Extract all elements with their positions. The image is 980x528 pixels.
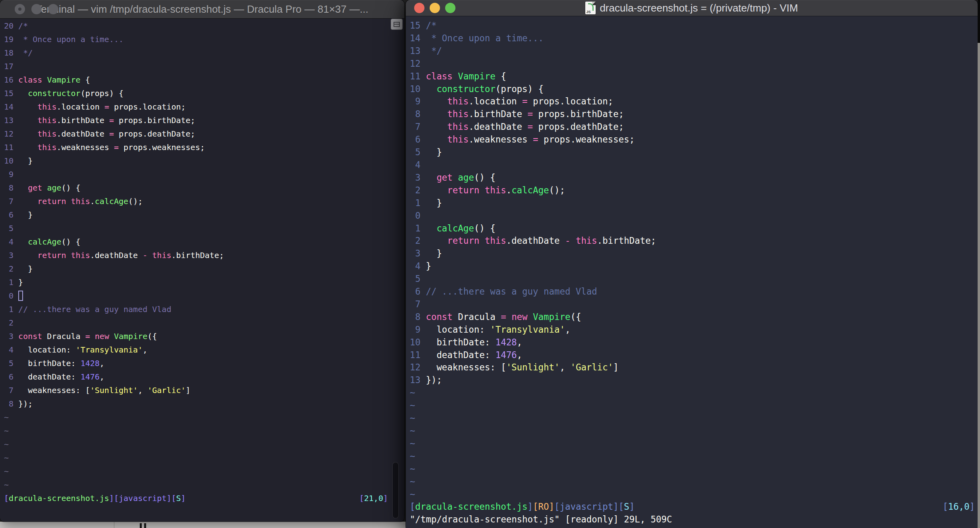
line-number: 1 — [4, 276, 14, 289]
line-number: 3 — [410, 172, 421, 184]
line-number: 8 — [410, 311, 421, 324]
line-number: 5 — [4, 356, 14, 370]
code-line: 9 — [4, 168, 404, 181]
code-line: 3 } — [410, 247, 978, 260]
code-line: 0 — [4, 289, 404, 303]
line-number: 9 — [410, 324, 421, 336]
line-number: 7 — [4, 383, 14, 397]
line-number: 6 — [410, 285, 421, 298]
line-number: 1 — [410, 197, 421, 210]
code-line: 11 deathDate: 1476, — [410, 349, 978, 362]
tilde-line: ~ — [4, 451, 404, 464]
buffer[interactable]: 15/*14 * Once upon a time...13 */1211cla… — [406, 16, 978, 528]
code-line: 15/* — [410, 19, 978, 32]
zoom-button[interactable] — [445, 3, 455, 13]
line-number: 8 — [4, 397, 14, 410]
line-number: 17 — [4, 60, 14, 73]
code-line: 11class Vampire { — [410, 70, 978, 83]
screen-edge-dark — [978, 0, 980, 43]
line-number: 10 — [4, 154, 14, 168]
line-number: 19 — [4, 33, 14, 46]
window-title-text: Terminal — vim /tmp/dracula-screenshot.j… — [36, 3, 368, 15]
line-number: 11 — [410, 349, 421, 362]
window-title: Terminal — vim /tmp/dracula-screenshot.j… — [36, 3, 368, 15]
code-line: 8}); — [4, 397, 404, 410]
line-number: 8 — [410, 108, 421, 121]
line-number: 4 — [4, 343, 14, 356]
line-number: 13 — [410, 374, 421, 387]
line-number: 7 — [410, 298, 421, 311]
line-number: 0 — [4, 289, 14, 303]
line-number: 3 — [410, 247, 421, 260]
line-number: 12 — [410, 361, 421, 374]
code-line: 13 this.birthDate = props.birthDate; — [4, 114, 404, 127]
code-line: 8 get age() { — [4, 181, 404, 195]
terminal-window: Terminal — vim /tmp/dracula-screenshot.j… — [0, 0, 404, 522]
code-line: 20/* — [4, 19, 404, 33]
vim-ruler: [21,0] — [359, 491, 388, 505]
line-number: 2 — [410, 235, 421, 247]
tilde-line: ~ — [410, 387, 978, 399]
traffic-lights — [0, 0, 58, 18]
scrollbar-thumb[interactable] — [392, 462, 399, 518]
code-line: 1 calcAge() { — [410, 222, 978, 235]
line-number: 4 — [410, 159, 421, 172]
line-number: 2 — [4, 316, 14, 330]
line-number: 5 — [410, 146, 421, 159]
window-title: JS dracula-screenshot.js = (/private/tmp… — [585, 2, 798, 14]
tilde-line: ~ — [4, 464, 404, 478]
line-number: 11 — [4, 141, 14, 154]
code-line: 9 this.location = props.location; — [410, 95, 978, 108]
line-number: 1 — [4, 303, 14, 316]
tilde-line: ~ — [410, 412, 978, 425]
code-line: 14 * Once upon a time... — [410, 32, 978, 45]
code-line: 2 } — [4, 262, 404, 276]
code-line: 16class Vampire { — [4, 73, 404, 87]
code-line: 6 this.weaknesses = props.weaknesses; — [410, 133, 978, 146]
split-pane-button[interactable] — [391, 19, 403, 30]
js-badge: JS — [586, 10, 590, 14]
line-number: 10 — [410, 336, 421, 349]
code-line: 3const Dracula = new Vampire({ — [4, 330, 404, 343]
code-line: 2 return this.calcAge(); — [410, 184, 978, 197]
code-line: 5 — [4, 222, 404, 235]
line-number: 20 — [4, 19, 14, 33]
code-line: 10 birthDate: 1428, — [410, 336, 978, 349]
vim-statusline: [dracula-screenshot.js][javascript][S][2… — [4, 491, 404, 505]
line-number: 12 — [410, 58, 421, 70]
vim-titlebar[interactable]: JS dracula-screenshot.js = (/private/tmp… — [406, 0, 978, 16]
terminal-titlebar[interactable]: Terminal — vim /tmp/dracula-screenshot.j… — [0, 0, 404, 18]
code-line: 6// ...there was a guy named Vlad — [410, 285, 978, 298]
statusline-flags: [dracula-screenshot.js][RO][javascript][… — [410, 501, 635, 512]
vim-commandline: "/tmp/dracula-screenshot.js" [readonly] … — [410, 513, 978, 526]
line-number: 12 — [4, 127, 14, 141]
close-button[interactable] — [15, 4, 25, 14]
code-line: 8const Dracula = new Vampire({ — [410, 311, 978, 324]
line-number: 16 — [4, 73, 14, 87]
code-line: 5 birthDate: 1428, — [4, 356, 404, 370]
hollow-cursor — [18, 291, 23, 301]
tilde-line: ~ — [410, 425, 978, 437]
code-line: 4 location: 'Transylvania', — [4, 343, 404, 356]
close-button[interactable] — [414, 3, 424, 13]
code-line: 4} — [410, 260, 978, 273]
line-number: 7 — [4, 195, 14, 208]
statusline-flags: [dracula-screenshot.js][javascript][S] — [4, 493, 186, 503]
line-number: 5 — [410, 273, 421, 285]
tilde-line: ~ — [4, 410, 404, 424]
code-line: 13 */ — [410, 45, 978, 58]
minimize-button[interactable] — [31, 4, 42, 14]
line-number: 11 — [410, 70, 421, 83]
line-number: 10 — [410, 83, 421, 96]
zoom-button[interactable] — [48, 4, 58, 14]
code-line: 1} — [4, 276, 404, 289]
tilde-line: ~ — [410, 450, 978, 463]
line-number: 9 — [410, 95, 421, 108]
buffer[interactable]: 20/*19 * Once upon a time...18 */1716cla… — [0, 18, 404, 522]
line-number: 0 — [410, 210, 421, 222]
code-line: 9 location: 'Transylvania', — [410, 324, 978, 336]
minimize-button[interactable] — [430, 3, 440, 13]
line-number: 2 — [410, 184, 421, 197]
code-line: 7 — [410, 298, 978, 311]
tilde-line: ~ — [410, 463, 978, 476]
